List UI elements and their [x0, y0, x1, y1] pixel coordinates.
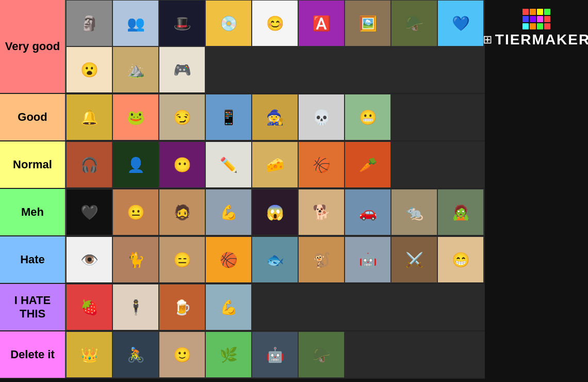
tier-item-inner-biker: 🚴	[113, 332, 158, 377]
tier-item-pharaoh[interactable]: 👑	[66, 331, 112, 378]
tier-label-normal: Normal	[0, 141, 65, 188]
tier-item-inner-eye: 👁️	[67, 237, 112, 282]
tier-item-moai[interactable]: 🗿	[66, 0, 112, 46]
tier-item-bigface[interactable]: 😑	[159, 236, 205, 283]
tier-item-dog[interactable]: 🐕	[298, 189, 345, 235]
tier-item-inner-fish: 🐟	[252, 237, 298, 282]
tier-row-normal: Normal🎧👤😶✏️🧀🏀🥕	[0, 141, 485, 189]
logo-cell	[544, 23, 550, 29]
tier-item-fish[interactable]: 🐟	[252, 236, 298, 283]
tier-item-carrot[interactable]: 🥕	[345, 141, 391, 188]
tier-item-weezer[interactable]: 👥	[112, 0, 159, 46]
tier-item-rat[interactable]: 🐀	[391, 189, 437, 235]
tier-item-sisyphus[interactable]: ⛰️	[112, 46, 159, 93]
tier-item-painting[interactable]: 🖼️	[345, 0, 391, 46]
tier-item-mug[interactable]: 🍺	[159, 284, 205, 330]
tier-item-inner-smiling: 😁	[438, 237, 483, 282]
tier-item-smiley[interactable]: 😊	[252, 0, 298, 46]
tier-item-inner-frog: 🐸	[113, 94, 158, 140]
tier-item-strawberry[interactable]: 🍓	[66, 284, 112, 330]
tier-item-cat[interactable]: 🐈	[112, 236, 159, 283]
tier-item-inner-mug: 🍺	[159, 284, 205, 330]
tier-item-inner-meme-guy: 😐	[113, 189, 158, 235]
logo-cell	[530, 23, 536, 29]
tier-item-blondeguy[interactable]: 💪	[205, 284, 252, 330]
tier-items-delete-it: 👑🚴🙂🌿🤖🪖	[65, 331, 485, 378]
tier-item-inner-skull: 💀	[299, 94, 344, 140]
logo-cell	[530, 9, 536, 15]
tier-item-cheese[interactable]: 🧀	[252, 141, 298, 188]
tier-item-bald[interactable]: 🙂	[159, 331, 205, 378]
tier-item-green[interactable]: 🌿	[205, 331, 252, 378]
logo-cell	[537, 9, 543, 15]
tier-item-gamer[interactable]: 🎧	[66, 141, 112, 188]
tier-item-wizard[interactable]: 🧙	[252, 94, 298, 140]
tier-item-eye[interactable]: 👁️	[66, 236, 112, 283]
tier-item-inner-bald: 🙂	[159, 332, 205, 377]
tier-label-delete-it: Delete it	[0, 331, 65, 378]
tier-item-inner-mario2: 🎮	[159, 47, 205, 92]
tier-item-monkey[interactable]: 🐒	[298, 236, 345, 283]
tier-item-scream[interactable]: 😱	[252, 189, 298, 235]
tier-row-delete-it: Delete it👑🚴🙂🌿🤖🪖	[0, 331, 485, 379]
tier-item-soldier2[interactable]: 🪖	[298, 331, 345, 378]
tier-item-inner-smurf: 💙	[438, 1, 483, 46]
tier-item-lebron[interactable]: 🏀	[205, 236, 252, 283]
tier-item-biker[interactable]: 🚴	[112, 331, 159, 378]
tier-item-guy[interactable]: 😏	[159, 94, 205, 140]
tier-item-inner-monkey: 🐒	[299, 237, 344, 282]
tier-item-car[interactable]: 🚗	[345, 189, 391, 235]
tier-item-inner-bball: 🏀	[299, 142, 344, 187]
tier-item-smurf[interactable]: 💙	[437, 0, 484, 46]
tier-item-bell[interactable]: 🔔	[66, 94, 112, 140]
tier-items-i-hate-this: 🍓🕴️🍺💪	[65, 284, 485, 330]
tier-item-black[interactable]: 🖤	[66, 189, 112, 235]
tier-label-hate: Hate	[0, 236, 65, 283]
tier-item-arms[interactable]: 💪	[205, 189, 252, 235]
tier-item-meme-guy[interactable]: 😐	[112, 189, 159, 235]
tier-item-soldier[interactable]: 🪖	[391, 0, 437, 46]
tier-label-meh: Meh	[0, 189, 65, 235]
tier-item-inner-carrot: 🥕	[345, 142, 390, 187]
tier-item-inner-scream: 😱	[252, 189, 298, 235]
tier-item-minion[interactable]: 💿	[205, 0, 252, 46]
tier-item-inner-car: 🚗	[345, 189, 390, 235]
tier-label-very-good: Very good	[0, 0, 65, 93]
tier-item-bearded[interactable]: 🧔	[159, 189, 205, 235]
tier-item-inner-moai: 🗿	[67, 1, 112, 46]
tier-item-creepy[interactable]: 😬	[345, 94, 391, 140]
tier-item-mario2[interactable]: 🎮	[159, 46, 205, 93]
tier-item-surprised[interactable]: 😮	[66, 46, 112, 93]
tier-item-mario-hat[interactable]: 🎩	[159, 0, 205, 46]
tier-item-frog[interactable]: 🐸	[112, 94, 159, 140]
tier-item-inner-sisyphus: ⛰️	[113, 47, 158, 92]
tier-item-purple[interactable]: 😶	[159, 141, 205, 188]
tier-item-inner-skinny: 🕴️	[113, 284, 158, 330]
tier-item-inner-face3d: 🤖	[345, 237, 390, 282]
tier-item-skull[interactable]: 💀	[298, 94, 345, 140]
tier-item-skinny[interactable]: 🕴️	[112, 284, 159, 330]
tier-item-shadow[interactable]: 👤	[112, 141, 159, 188]
tier-item-inner-zombie: 🧟	[438, 189, 483, 235]
tier-item-inner-guy: 😏	[159, 94, 205, 140]
tier-item-bball[interactable]: 🏀	[298, 141, 345, 188]
tier-item-inner-blondeguy: 💪	[206, 284, 251, 330]
logo-icon: ⊞	[483, 33, 492, 46]
tier-items-meh: 🖤😐🧔💪😱🐕🚗🐀🧟	[65, 189, 485, 235]
tier-item-letter-a[interactable]: 🅰️	[298, 0, 345, 46]
tier-item-face3d[interactable]: 🤖	[345, 236, 391, 283]
logo-area: ⊞ TiERMAKER	[485, 5, 588, 52]
tier-item-inner-wizard: 🧙	[252, 94, 298, 140]
tier-item-pencil[interactable]: ✏️	[205, 141, 252, 188]
tier-item-appheel[interactable]: 📱	[205, 94, 252, 140]
tier-item-zombie[interactable]: 🧟	[437, 189, 484, 235]
tier-item-transformer[interactable]: 🤖	[252, 331, 298, 378]
tier-item-inner-arms: 💪	[206, 189, 251, 235]
logo-cell	[522, 9, 529, 15]
tier-item-inner-mario-hat: 🎩	[159, 1, 205, 46]
tier-item-inner-surprised: 😮	[67, 47, 112, 92]
logo-cell	[544, 9, 550, 15]
tier-item-armor[interactable]: ⚔️	[391, 236, 437, 283]
tier-item-smiling[interactable]: 😁	[437, 236, 484, 283]
tier-item-inner-strawberry: 🍓	[67, 284, 112, 330]
